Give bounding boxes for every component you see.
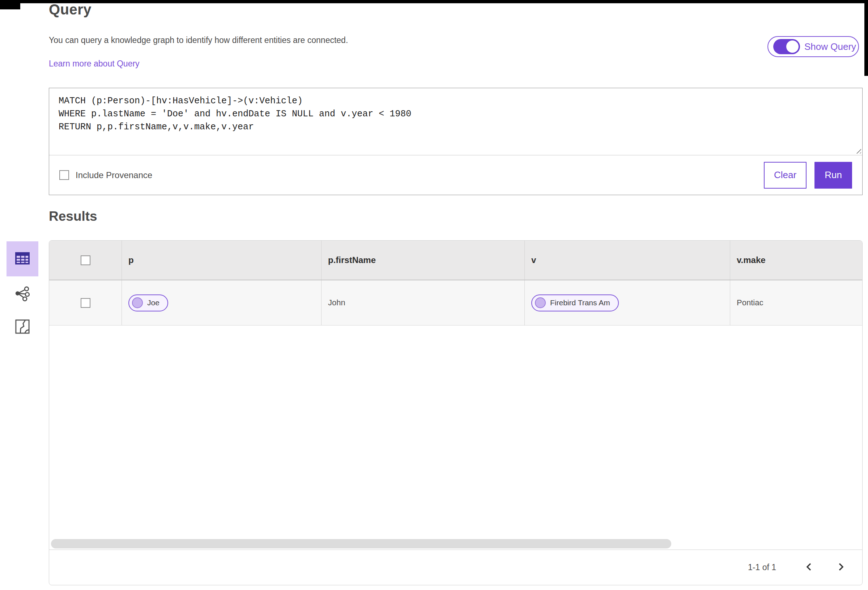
show-query-label: Show Query <box>805 41 856 52</box>
row-select-cell <box>49 280 121 325</box>
toggle-switch-icon[interactable] <box>773 39 800 54</box>
clear-button[interactable]: Clear <box>764 162 806 188</box>
link-chart-view-button[interactable] <box>11 282 34 305</box>
entity-pill-person[interactable]: Joe <box>128 294 168 312</box>
window-frame-top <box>0 0 868 3</box>
column-header-v[interactable]: v <box>524 241 730 280</box>
link-chart-icon <box>14 285 31 303</box>
toggle-knob <box>786 40 799 53</box>
column-header-v-make[interactable]: v.make <box>730 241 862 280</box>
entity-pill-label: Joe <box>147 299 159 307</box>
show-query-toggle[interactable]: Show Query <box>768 36 859 57</box>
table-view-button[interactable] <box>6 241 38 277</box>
table-row: Joe John Firebird Trans Am Pontiac <box>49 280 862 325</box>
chevron-right-icon <box>837 562 845 573</box>
column-header-p-firstname[interactable]: p.firstName <box>321 241 524 280</box>
cell-v: Firebird Trans Am <box>524 280 730 325</box>
chevron-left-icon <box>805 562 813 573</box>
window-frame-corner <box>0 0 20 9</box>
pagination-label: 1-1 of 1 <box>748 562 776 572</box>
cell-p-firstname: John <box>321 280 524 325</box>
select-all-cell <box>49 241 121 280</box>
run-button[interactable]: Run <box>815 162 852 188</box>
table-header-row: p p.firstName v v.make <box>49 241 862 280</box>
table-empty-area <box>49 325 862 538</box>
query-input[interactable]: MATCH (p:Person)-[hv:HasVehicle]->(v:Veh… <box>49 88 862 155</box>
results-title: Results <box>49 209 97 224</box>
window-frame-right <box>864 0 868 76</box>
horizontal-scrollbar[interactable] <box>49 538 862 550</box>
cell-v-make: Pontiac <box>730 280 862 325</box>
entity-node-icon <box>132 297 143 308</box>
select-all-checkbox[interactable] <box>81 255 90 265</box>
row-checkbox[interactable] <box>81 298 90 308</box>
include-provenance-option[interactable]: Include Provenance <box>59 170 152 180</box>
query-actions: Clear Run <box>764 162 852 188</box>
cell-p: Joe <box>121 280 321 325</box>
include-provenance-label: Include Provenance <box>75 170 152 180</box>
query-editor-panel: MATCH (p:Person)-[hv:HasVehicle]->(v:Veh… <box>49 88 862 195</box>
map-icon <box>15 319 30 335</box>
include-provenance-checkbox[interactable] <box>59 170 69 180</box>
map-view-button[interactable] <box>11 315 34 338</box>
table-icon <box>15 251 30 267</box>
learn-more-link[interactable]: Learn more about Query <box>49 59 140 69</box>
next-page-button[interactable] <box>836 562 846 573</box>
column-header-p[interactable]: p <box>121 241 321 280</box>
query-footer: Include Provenance Clear Run <box>49 155 862 195</box>
scrollbar-thumb[interactable] <box>51 539 671 549</box>
page-description: You can query a knowledge graph to ident… <box>49 35 348 45</box>
entity-node-icon <box>535 297 546 308</box>
pagination-bar: 1-1 of 1 <box>49 550 862 585</box>
page-title: Query <box>49 1 92 18</box>
prev-page-button[interactable] <box>804 562 815 573</box>
results-table-panel: p p.firstName v v.make Joe John Firebird… <box>49 240 862 585</box>
entity-pill-label: Firebird Trans Am <box>550 299 610 307</box>
entity-pill-vehicle[interactable]: Firebird Trans Am <box>531 294 619 312</box>
